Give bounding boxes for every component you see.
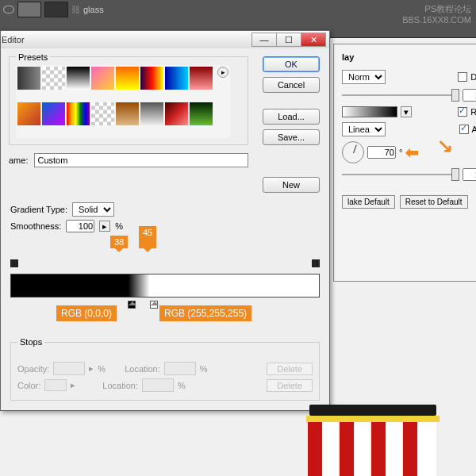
gradient-bar[interactable] bbox=[10, 274, 320, 298]
stop-color-swatch bbox=[44, 379, 67, 391]
opacity-stop[interactable] bbox=[312, 259, 320, 267]
rgb-label-black: RGB (0,0,0) bbox=[56, 305, 117, 321]
arrow-annotation: ⬅ bbox=[405, 143, 419, 162]
stops-group: Stops Opacity: ▸ % Location: % Delete Co… bbox=[10, 342, 320, 401]
color-stop-white[interactable] bbox=[150, 301, 158, 309]
svg-rect-1 bbox=[306, 416, 440, 422]
align-checkbox[interactable] bbox=[459, 125, 469, 134]
minimize-icon[interactable]: — bbox=[251, 33, 277, 47]
ok-button[interactable]: OK bbox=[263, 56, 320, 72]
reverse-checkbox[interactable] bbox=[458, 107, 467, 117]
delete-color-stop: Delete bbox=[267, 379, 313, 392]
preset-menu-icon[interactable]: ▸ bbox=[217, 67, 228, 78]
svg-rect-4 bbox=[340, 422, 354, 476]
svg-rect-7 bbox=[387, 422, 401, 476]
opacity-stop[interactable] bbox=[10, 259, 18, 267]
preset-grid[interactable]: ▸ bbox=[16, 65, 230, 138]
rgb-label-white: RGB (255,255,255) bbox=[159, 305, 251, 321]
angle-dial[interactable] bbox=[342, 141, 364, 163]
svg-rect-5 bbox=[355, 422, 370, 476]
gradient-type-select[interactable]: Solid bbox=[72, 202, 114, 217]
visibility-icon[interactable] bbox=[3, 6, 14, 13]
layer-style-panel: lay Normal Dithe ▾ Reve ↘ Linear Align °… bbox=[333, 44, 476, 282]
svg-rect-9 bbox=[419, 422, 436, 476]
presets-group: Presets ▸ bbox=[9, 56, 248, 145]
opacity-value[interactable] bbox=[463, 89, 476, 102]
overlay-title: lay bbox=[342, 52, 476, 62]
scale-slider[interactable] bbox=[342, 174, 459, 175]
watermark: PS教程论坛BBS.16XX8.COM bbox=[402, 3, 471, 25]
blend-mode-select[interactable]: Normal bbox=[342, 70, 386, 84]
arrow-annotation: ↘ bbox=[437, 135, 453, 157]
delete-opacity-stop: Delete bbox=[267, 363, 313, 375]
svg-rect-3 bbox=[324, 422, 338, 476]
opacity-slider[interactable] bbox=[342, 94, 459, 96]
color-stop-black[interactable] bbox=[128, 301, 136, 309]
svg-rect-2 bbox=[308, 422, 322, 476]
scale-value[interactable] bbox=[463, 168, 476, 181]
maximize-icon[interactable]: ☐ bbox=[276, 33, 301, 47]
layer-mask-thumb[interactable] bbox=[44, 2, 68, 17]
smoothness-label: Smoothness: bbox=[10, 221, 61, 231]
new-button[interactable]: New bbox=[263, 177, 320, 193]
stop-tag-38: 38 bbox=[110, 236, 128, 248]
opacity-stop-track[interactable] bbox=[10, 259, 320, 269]
style-select[interactable]: Linear bbox=[342, 122, 386, 136]
stepper-icon[interactable]: ▸ bbox=[99, 221, 110, 232]
stop-opacity-input bbox=[53, 362, 85, 375]
svg-rect-8 bbox=[403, 422, 417, 476]
svg-rect-0 bbox=[309, 405, 436, 416]
layer-name[interactable]: glass bbox=[83, 5, 104, 14]
cancel-button[interactable]: Cancel bbox=[263, 77, 320, 93]
reset-default-button[interactable]: Reset to Default bbox=[400, 195, 468, 209]
svg-rect-6 bbox=[371, 422, 386, 476]
gradient-dropdown-icon[interactable]: ▾ bbox=[401, 106, 412, 117]
save-button[interactable]: Save... bbox=[263, 129, 320, 145]
gradient-sample[interactable] bbox=[342, 106, 397, 117]
name-input[interactable] bbox=[34, 153, 248, 167]
close-icon[interactable]: ✕ bbox=[301, 33, 326, 47]
gradient-editor-window: dient Editor — ☐ ✕ Presets ▸ bbox=[0, 30, 330, 411]
dither-checkbox[interactable] bbox=[458, 72, 467, 82]
illustration bbox=[301, 405, 476, 476]
window-title: dient Editor bbox=[0, 35, 25, 44]
gradient-type-label: Gradient Type: bbox=[10, 205, 67, 214]
name-label: ame: bbox=[9, 155, 28, 165]
load-button[interactable]: Load... bbox=[263, 109, 320, 125]
smoothness-input[interactable] bbox=[66, 220, 94, 232]
titlebar[interactable]: dient Editor — ☐ ✕ bbox=[1, 31, 329, 48]
angle-value[interactable] bbox=[367, 146, 396, 159]
stop-location-input2 bbox=[142, 378, 174, 392]
layer-thumb[interactable] bbox=[17, 2, 41, 17]
stop-location-input bbox=[164, 362, 196, 375]
make-default-button[interactable]: lake Default bbox=[342, 195, 395, 209]
stop-tag-45: 45 bbox=[139, 226, 156, 248]
